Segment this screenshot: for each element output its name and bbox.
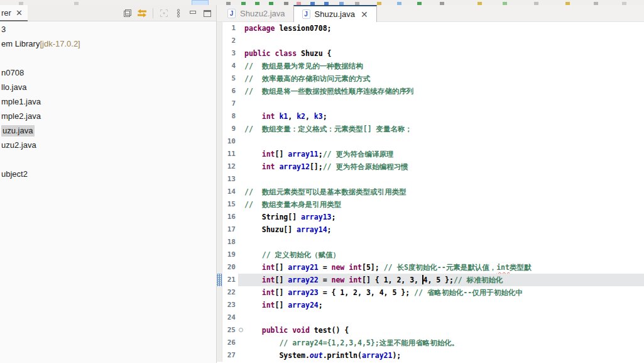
folding-ruler [238, 186, 244, 198]
tree-item[interactable]: 3 [0, 22, 216, 36]
code-line[interactable]: 20 int[] array21 = new int[5]; // 长S度初始化… [217, 261, 644, 274]
tree-item-label[interactable]: uzu.java [1, 125, 35, 137]
line-number: 21 [222, 274, 238, 286]
view-menu-icon[interactable] [173, 8, 183, 18]
line-number: 27 [222, 349, 238, 362]
code-text [244, 135, 644, 148]
code-line[interactable]: 19 // 定义初始化（赋值） [217, 249, 644, 261]
folding-marker[interactable] [238, 324, 244, 337]
annotation-ruler [217, 349, 222, 362]
code-line[interactable]: 2 [217, 35, 644, 47]
code-line[interactable]: 8 int k1, k2, k3; [217, 110, 644, 123]
folding-ruler [238, 349, 244, 362]
code-line[interactable]: 11 int[] array11;// 更为符合编译原理 [217, 148, 644, 160]
code-line[interactable]: 7 [217, 98, 644, 110]
tree-item[interactable]: n0708 [0, 65, 216, 80]
tree-item-label[interactable]: mple1.java [1, 97, 41, 106]
code-lines: 1package lession0708;23public class Shuz… [217, 22, 644, 362]
annotation-ruler [217, 85, 222, 98]
tree-item[interactable]: ubject2 [0, 167, 216, 181]
code-line[interactable]: 25 public void test() { [217, 324, 644, 337]
code-line[interactable]: 26 // array24={1,2,3,4,5};这里不能用省略初始化。 [217, 337, 644, 349]
tree-item-label[interactable]: n0708 [1, 68, 24, 77]
code-text: public class Shuzu { [244, 47, 644, 60]
code-line[interactable]: 27 System.out.println(array21); [217, 349, 644, 362]
tree-item[interactable]: mple1.java [0, 94, 216, 109]
folding-ruler [238, 22, 244, 35]
code-line[interactable]: 23 int[] array24; [217, 299, 644, 311]
tab-shuzu2-java[interactable]: JShuzu2.java [219, 5, 293, 21]
close-icon[interactable]: ✕ [361, 9, 368, 20]
tree-item-label[interactable]: 3 [1, 25, 6, 34]
tab-shuzu-java[interactable]: JShuzu.java✕ [293, 5, 377, 22]
package-explorer-panel: rer ✕ [0, 5, 216, 363]
line-number: 19 [222, 249, 238, 261]
code-line[interactable]: 12 int array12[];// 更为符合原始编程习惯 [217, 160, 644, 173]
maximize-icon[interactable] [202, 8, 212, 18]
code-line[interactable]: 5// 效率最高的存储和访问元素的方式 [217, 72, 644, 85]
code-line[interactable]: 4// 数组是最为常见的一种数据结构 [217, 60, 644, 72]
code-line[interactable]: 14// 数组元素类型可以是基本数据类型或引用类型 [217, 186, 644, 198]
code-text: // 数组元素类型可以是基本数据类型或引用类型 [244, 186, 644, 198]
code-line[interactable]: 17 Shuzu[] array14; [217, 223, 644, 236]
line-number: 25 [222, 324, 238, 337]
code-line[interactable]: 16 String[] array13; [217, 211, 644, 223]
annotation-ruler [217, 337, 222, 349]
minimize-icon[interactable] [188, 8, 198, 18]
tree-item-label[interactable]: llo.java [1, 82, 26, 92]
code-line[interactable]: 18 [217, 236, 644, 249]
code-line[interactable]: 21 int[] array22 = new int[] { 1, 2, 3, … [217, 274, 644, 286]
range-indicator-marker [217, 274, 222, 286]
code-line[interactable]: 10 [217, 135, 644, 148]
close-icon[interactable]: ✕ [16, 8, 23, 18]
annotation-ruler [217, 186, 222, 198]
link-with-editor-icon[interactable] [137, 8, 147, 18]
line-number: 9 [222, 123, 238, 135]
folding-ruler [238, 337, 244, 349]
code-text [244, 35, 644, 47]
annotation-ruler [217, 47, 222, 60]
code-line[interactable]: 24 [217, 311, 644, 324]
code-line[interactable]: 3public class Shuzu { [217, 47, 644, 60]
annotation-ruler [217, 173, 222, 186]
tree-item[interactable]: mple2.java [0, 109, 216, 123]
annotation-ruler [217, 324, 222, 337]
tree-item-label[interactable]: uzu2.java [1, 140, 36, 150]
code-text: int[] array11;// 更为符合编译原理 [244, 148, 644, 160]
tree-item[interactable]: llo.java [0, 80, 216, 94]
package-explorer-tab[interactable]: rer ✕ [0, 5, 28, 21]
tree-item-label[interactable]: mple2.java [1, 111, 41, 121]
code-editor[interactable]: 1package lession0708;23public class Shuz… [217, 22, 644, 363]
code-line[interactable]: 22 int[] array23 = { 1, 2, 3, 4, 5 }; //… [217, 286, 644, 299]
line-number: 15 [222, 198, 238, 211]
folding-ruler [238, 60, 244, 72]
code-line[interactable]: 15// 数组变量本身是引用类型 [217, 198, 644, 211]
tree-item[interactable]: uzu2.java [0, 138, 216, 152]
code-line[interactable]: 1package lession0708; [217, 22, 644, 35]
folding-ruler [238, 249, 244, 261]
focus-on-task-icon[interactable] [159, 8, 169, 18]
line-number: 11 [222, 148, 238, 160]
collapse-all-icon[interactable] [123, 8, 133, 18]
line-number: 1 [222, 22, 238, 35]
code-text: public void test() { [244, 324, 644, 337]
line-number: 14 [222, 186, 238, 198]
tree-item[interactable]: uzu.java [0, 123, 216, 138]
fold-circle-icon[interactable] [239, 328, 243, 332]
line-number: 10 [222, 135, 238, 148]
line-number: 17 [222, 223, 238, 236]
folding-ruler [238, 98, 244, 110]
tree-item[interactable]: em Library [jdk-17.0.2] [0, 36, 216, 51]
code-line[interactable]: 13 [217, 173, 644, 186]
tree-item-label[interactable]: em Library [1, 39, 40, 48]
code-line[interactable]: 6// 数组是将一些数据按照线性顺序连续存储的序列 [217, 85, 644, 98]
line-number: 6 [222, 85, 238, 98]
line-number: 23 [222, 299, 238, 311]
annotation-ruler [217, 160, 222, 173]
annotation-ruler [217, 123, 222, 135]
tree-item-label[interactable]: ubject2 [1, 169, 28, 179]
annotation-ruler [217, 60, 222, 72]
code-text: // 数组变量：定义格式：元素类型[] 变量名称； [244, 123, 644, 135]
folding-ruler [238, 85, 244, 98]
code-line[interactable]: 9// 数组变量：定义格式：元素类型[] 变量名称； [217, 123, 644, 135]
